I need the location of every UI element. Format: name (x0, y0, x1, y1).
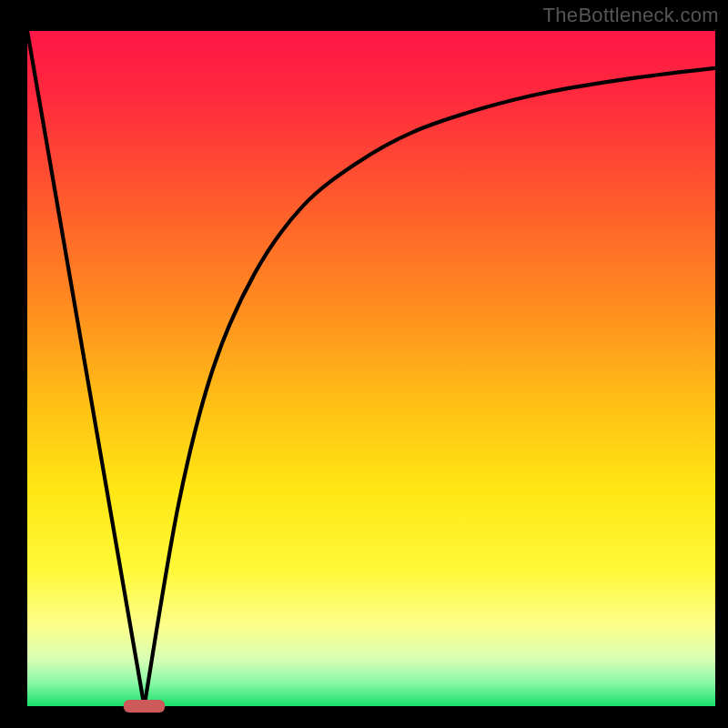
attribution-text: TheBottleneck.com (543, 4, 719, 27)
chart-frame: TheBottleneck.com (0, 0, 728, 728)
bottleneck-chart (0, 0, 728, 728)
min-marker (124, 700, 165, 713)
plot-background (27, 31, 715, 706)
